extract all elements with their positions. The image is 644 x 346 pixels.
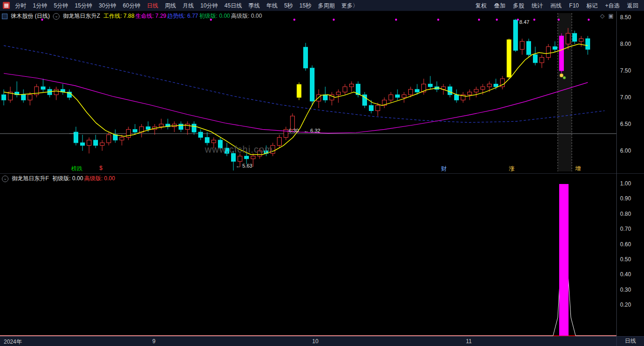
candle-body — [396, 95, 400, 97]
tool-button[interactable]: 返回 — [623, 0, 642, 11]
period-tab[interactable]: 1分钟 — [30, 0, 51, 11]
indicator-chart[interactable] — [0, 174, 616, 337]
candle-body — [238, 156, 242, 161]
maximize-icon[interactable]: ▣ — [608, 13, 614, 19]
candle-body — [533, 55, 538, 63]
collapse-subpanel-icon[interactable]: ⌄ — [2, 176, 8, 182]
period-tab[interactable]: 更多〉 — [338, 0, 361, 11]
signal-dot — [517, 19, 519, 21]
candle-body — [428, 84, 433, 87]
value-axis-label: 1.00 — [620, 180, 631, 187]
value-axis-label: 0.40 — [620, 271, 631, 278]
period-tab[interactable]: 10分钟 — [197, 0, 221, 11]
candle-body — [573, 33, 577, 41]
period-tab[interactable]: 日线 — [143, 0, 161, 11]
period-tab[interactable]: 60分钟 — [120, 0, 143, 11]
price-annotation: 8.47 — [519, 19, 529, 25]
candle-body — [494, 84, 498, 87]
tool-button[interactable]: +自选 — [601, 0, 623, 11]
price-annotation: ← 6.32 — [304, 128, 320, 133]
candle-body — [186, 124, 190, 129]
period-tab[interactable]: 45日线 — [221, 0, 245, 11]
candle-body — [566, 33, 570, 44]
candle-body — [94, 140, 98, 145]
tool-button[interactable]: F10 — [565, 0, 583, 11]
period-tab[interactable]: 多周期 — [315, 0, 338, 11]
price-axis-label: 6.00 — [620, 147, 631, 154]
tool-button[interactable]: 复权 — [472, 0, 490, 11]
candle-body — [455, 95, 459, 100]
price-axis-label: 7.00 — [620, 94, 631, 101]
price-annotation: 6.30 — [289, 128, 299, 133]
app-menu-icon[interactable] — [3, 2, 10, 9]
price-annotation: — — [69, 130, 75, 136]
candle-body — [297, 85, 301, 97]
collapse-indicator-icon[interactable]: ⌄ — [53, 13, 60, 20]
period-tab[interactable]: 5分钟 — [51, 0, 72, 11]
candle-body — [487, 84, 492, 87]
chart-text-marker: 榜跌 — [71, 165, 82, 173]
signal-dot — [478, 19, 480, 21]
tool-button[interactable]: 画线 — [547, 0, 565, 11]
candle-body — [81, 143, 85, 146]
main-chart[interactable]: 8.476.30← 6.32← 5.63— — [0, 11, 616, 173]
candle-body — [192, 124, 196, 132]
period-tab[interactable]: 5秒 — [281, 0, 296, 11]
candle-body — [284, 129, 288, 137]
time-axis[interactable]: 日线 2024年91011 — [0, 336, 644, 346]
candle-body — [474, 89, 479, 92]
value-axis-label: 0.70 — [620, 226, 631, 232]
candle-body — [179, 124, 183, 129]
work-line — [4, 44, 588, 155]
candle-body — [402, 95, 406, 97]
candle-body — [212, 140, 216, 143]
main-chart-header: 徕木股份 (日线) ⌄ 御龙旭日东升Z 工作线: 7.88生命线: 7.29趋势… — [2, 12, 263, 20]
price-axis[interactable]: 8.508.007.507.006.506.001.000.900.800.70… — [616, 11, 644, 336]
chart-text-marker: $ — [99, 165, 103, 171]
main-chart-panel: 8.476.30← 6.32← 5.63— 徕木股份 (日线) ⌄ 御龙旭日东升… — [0, 11, 616, 173]
period-tab[interactable]: 分时 — [12, 0, 30, 11]
candle-body — [448, 87, 452, 95]
period-tabs: 分时1分钟5分钟15分钟30分钟60分钟日线周线月线10分钟45日线季线年线5秒… — [12, 0, 361, 11]
time-axis-label: 11 — [466, 338, 472, 345]
candle-body — [389, 95, 393, 100]
time-axis-label: 10 — [312, 338, 318, 345]
watermark: www.cfchi.com — [205, 144, 273, 155]
period-corner-cell[interactable]: 日线 — [616, 337, 644, 346]
mark-icon[interactable]: ◇ — [600, 13, 604, 19]
candle-body — [507, 40, 511, 77]
primary-line — [0, 184, 616, 336]
period-tab[interactable]: 月线 — [179, 0, 197, 11]
value-axis-label: 0.80 — [620, 211, 631, 217]
candle-body — [100, 143, 105, 146]
tool-button[interactable]: 标记 — [583, 0, 601, 11]
stock-trading-app: 分时1分钟5分钟15分钟30分钟60分钟日线周线月线10分钟45日线季线年线5秒… — [0, 0, 644, 346]
period-tab[interactable]: 年线 — [263, 0, 281, 11]
candle-body — [159, 124, 164, 127]
candle-body — [540, 58, 544, 63]
indicator-name: 御龙旭日东升Z — [63, 12, 100, 20]
candle-body — [54, 89, 59, 95]
signal-dot — [437, 19, 439, 21]
indicator-value: 初级版: 0.00 — [52, 175, 83, 182]
tool-button[interactable]: 多股 — [509, 0, 528, 11]
candle-body — [113, 135, 118, 140]
period-tab[interactable]: 季线 — [245, 0, 263, 11]
candle-body — [28, 95, 32, 100]
period-tab[interactable]: 15分钟 — [71, 0, 95, 11]
candle-body — [481, 87, 485, 89]
candle-body — [205, 138, 210, 143]
value-axis-label: 0.20 — [620, 302, 631, 308]
candle-body — [415, 89, 419, 92]
tool-button[interactable]: 叠加 — [490, 0, 509, 11]
period-tab[interactable]: 15秒 — [296, 0, 315, 11]
time-axis-label: 2024年 — [4, 338, 22, 346]
candle-body — [245, 156, 249, 159]
tool-button[interactable]: 统计 — [528, 0, 547, 11]
signal-dot — [395, 19, 397, 21]
value-axis-label: 0.60 — [620, 241, 631, 248]
candle-body — [120, 138, 124, 140]
period-tab[interactable]: 30分钟 — [96, 0, 120, 11]
axis-separator — [617, 173, 644, 174]
period-tab[interactable]: 周线 — [161, 0, 179, 11]
